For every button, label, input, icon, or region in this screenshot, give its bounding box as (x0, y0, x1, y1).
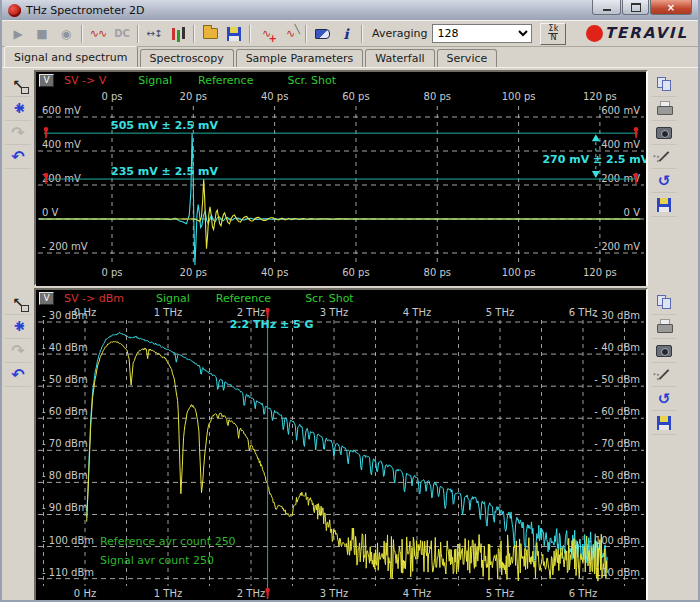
refresh-icon: ↺ (658, 172, 671, 190)
refresh-button[interactable]: ↺ (651, 169, 677, 193)
svg-text:- 40 dBm: - 40 dBm (42, 342, 88, 353)
undo-button[interactable]: ↶ (5, 363, 31, 387)
marker-edit-button[interactable]: ∿ (279, 23, 301, 44)
info-button[interactable]: i (335, 23, 357, 44)
svg-text:0 ps: 0 ps (101, 267, 122, 278)
snapshot-button[interactable] (651, 121, 677, 145)
undo-icon: ↶ (11, 365, 24, 384)
play-button[interactable]: ▶ (7, 23, 29, 44)
svg-text:2 THz: 2 THz (237, 588, 265, 599)
mode-label[interactable]: SV -> dBm (64, 292, 124, 305)
svg-text:- 70 dBm: - 70 dBm (42, 438, 88, 449)
tab-spectroscopy[interactable]: Spectroscopy (140, 49, 234, 67)
mode-label[interactable]: SV -> V (64, 74, 106, 87)
titlebar[interactable]: THz Spectrometer 2D × (2, 0, 698, 20)
stop-button[interactable]: ■ (31, 23, 53, 44)
measurement-cursors[interactable]: 505 mV ± 2.5 mV235 mV ± 2.5 mV270 mV ± 2… (44, 119, 646, 184)
autoscale-xy-button[interactable]: ↔↕ (143, 23, 165, 44)
svg-text:600 mV: 600 mV (42, 105, 81, 116)
save-trace-button[interactable] (651, 193, 677, 217)
tab-sample-parameters[interactable]: Sample Parameters (236, 49, 364, 67)
cursor-tool-button[interactable]: ↖ (5, 73, 31, 97)
window-title: THz Spectrometer 2D (26, 4, 144, 17)
spectrum-plot-group: ↖↷↶ V SV -> dBm Signal Reference Scr. Sh… (2, 288, 698, 602)
frequency-cursor[interactable]: 2.2 THz ± 5 G (230, 308, 314, 599)
redo-icon: ↷ (11, 123, 24, 142)
svg-text:- 30 dBm: - 30 dBm (42, 310, 88, 321)
svg-text:- 40 dBm: - 40 dBm (594, 342, 640, 353)
help-icon (315, 29, 330, 39)
time-plot[interactable]: 0 ps0 ps20 ps20 ps40 ps40 ps60 ps60 ps80… (36, 88, 646, 286)
minimize-button[interactable] (592, 0, 621, 15)
svg-text:20 ps: 20 ps (180, 267, 207, 278)
averaging-select[interactable]: 128 (432, 24, 532, 43)
redo-button[interactable]: ↷ (5, 339, 31, 363)
svg-text:- 110 dBm: - 110 dBm (42, 567, 94, 578)
clean-trace-button[interactable] (651, 145, 677, 169)
svg-text:2 THz: 2 THz (237, 307, 265, 318)
print-button[interactable] (651, 97, 677, 121)
reference-link[interactable]: Reference (198, 74, 253, 87)
snapshot-button[interactable] (651, 339, 677, 363)
reference-link[interactable]: Reference (216, 292, 271, 305)
app-icon (8, 4, 21, 17)
save-trace-button[interactable] (651, 411, 677, 435)
help-button[interactable] (311, 23, 333, 44)
svg-text:Signal avr count 250: Signal avr count 250 (100, 554, 214, 567)
time-plot-group: ↖↷↶ V SV -> V Signal Reference Scr. Shot… (2, 70, 698, 286)
svg-text:400 mV: 400 mV (601, 139, 640, 150)
acquisition-settings-button[interactable] (167, 23, 189, 44)
screenshot-link[interactable]: Scr. Shot (287, 74, 336, 87)
print-button[interactable] (651, 315, 677, 339)
cursor-tool-button[interactable]: ↖ (5, 291, 31, 315)
svg-text:120 ps: 120 ps (583, 267, 617, 278)
refresh-icon: ↺ (658, 390, 671, 408)
signal-link[interactable]: Signal (138, 74, 172, 87)
redo-icon: ↷ (11, 341, 24, 360)
svg-text:80 ps: 80 ps (424, 91, 451, 102)
marker-tool-icon (10, 101, 26, 117)
svg-text:505 mV ± 2.5 mV: 505 mV ± 2.5 mV (111, 119, 218, 132)
time-plot-right-toolbar: ↺ (648, 70, 680, 286)
marker-tool-button[interactable] (5, 97, 31, 121)
open-file-button[interactable] (199, 23, 221, 44)
tab-signal-and-spectrum[interactable]: Signal and spectrum (4, 46, 138, 67)
undo-button[interactable]: ↶ (5, 145, 31, 169)
dc-mode-button[interactable]: DC (111, 23, 133, 44)
svg-text:Reference avr count 250: Reference avr count 250 (100, 535, 236, 548)
copy-button[interactable] (651, 291, 677, 315)
save-file-icon (227, 27, 241, 41)
save-file-button[interactable] (223, 23, 245, 44)
close-button[interactable]: × (650, 0, 692, 15)
screenshot-link[interactable]: Scr. Shot (305, 292, 354, 305)
cursor-tool-icon: ↖ (13, 295, 24, 310)
spectrum-plot[interactable]: 0 Hz0 Hz1 THz1 THz2 THz2 THz3 THz3 THz4 … (36, 306, 646, 602)
marker-add-button[interactable]: ∿ (255, 23, 277, 44)
axis-units-button[interactable]: V (39, 292, 54, 305)
svg-text:- 60 dBm: - 60 dBm (42, 406, 88, 417)
refresh-button[interactable]: ↺ (651, 387, 677, 411)
svg-text:120 ps: 120 ps (583, 91, 617, 102)
svg-text:600 mV: 600 mV (601, 105, 640, 116)
trace-signal (39, 179, 641, 249)
svg-text:100 ps: 100 ps (502, 91, 536, 102)
print-icon (656, 101, 673, 116)
tab-waterfall[interactable]: Waterfall (365, 49, 434, 67)
svg-text:- 30 dBm: - 30 dBm (594, 310, 640, 321)
svg-text:2.2 THz ± 5 G: 2.2 THz ± 5 G (230, 318, 314, 331)
clean-trace-button[interactable] (651, 363, 677, 387)
copy-button[interactable] (651, 73, 677, 97)
sum-normalize-button[interactable]: Σk N (540, 23, 566, 45)
axis-units-button[interactable]: V (39, 74, 54, 87)
content-area: ↖↷↶ V SV -> V Signal Reference Scr. Shot… (2, 68, 698, 602)
maximize-button[interactable] (622, 0, 649, 15)
signal-mode-button[interactable]: ∿∿ (87, 23, 109, 44)
tab-service[interactable]: Service (437, 49, 498, 67)
signal-link[interactable]: Signal (156, 292, 190, 305)
print-icon (656, 319, 673, 334)
copy-icon (656, 76, 673, 93)
marker-tool-button[interactable] (5, 315, 31, 339)
svg-text:60 ps: 60 ps (342, 91, 369, 102)
redo-button[interactable]: ↷ (5, 121, 31, 145)
acquire-loop-button[interactable]: ◉ (55, 23, 77, 44)
